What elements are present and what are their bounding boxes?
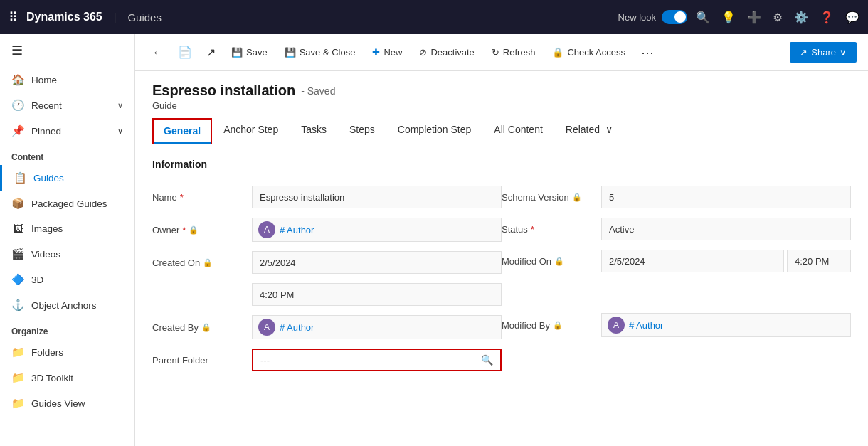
check-access-button[interactable]: 🔒 Check Access xyxy=(545,43,633,62)
sidebar-item-label: 3D xyxy=(31,275,43,285)
created-by-input[interactable]: A # Author xyxy=(252,315,502,339)
sidebar-item-label: Recent xyxy=(31,100,62,111)
add-icon[interactable]: ➕ xyxy=(747,11,761,24)
hamburger-menu[interactable]: ☰ xyxy=(0,34,134,67)
parent-folder-input[interactable] xyxy=(253,351,474,370)
sidebar-item-recent[interactable]: 🕐 Recent ∨ xyxy=(0,92,134,118)
created-on-time-value: 4:20 PM xyxy=(252,283,502,306)
open-new-window-button[interactable]: ↗ xyxy=(201,41,221,63)
filter-icon[interactable]: ⚙ xyxy=(773,11,783,24)
created-on-label: Created On 🔒 xyxy=(152,257,252,268)
search-icon[interactable]: 🔍 xyxy=(696,11,710,24)
messages-icon[interactable]: 💬 xyxy=(845,11,859,24)
modified-by-link[interactable]: # Author xyxy=(629,320,663,331)
form-grid: Name * Espresso installation xyxy=(152,181,851,376)
3d-icon: 🔷 xyxy=(11,273,24,286)
notes-button[interactable]: 📄 xyxy=(172,41,198,63)
tab-completion-step[interactable]: Completion Step xyxy=(386,117,483,144)
modified-on-time-input[interactable]: 4:20 PM xyxy=(787,250,851,272)
created-on-field: Created On 🔒 2/5/2024 xyxy=(152,247,502,279)
owner-link[interactable]: # Author xyxy=(280,225,314,235)
grid-icon: ⠿ xyxy=(9,9,18,25)
created-on-value: 2/5/2024 xyxy=(252,251,502,274)
tab-all-content[interactable]: All Content xyxy=(482,117,554,144)
sidebar-item-label: Guides xyxy=(33,173,64,184)
sidebar-item-label: Packaged Guides xyxy=(31,198,107,209)
tab-steps[interactable]: Steps xyxy=(338,117,386,144)
save-close-icon: 💾 xyxy=(285,47,296,58)
sidebar-item-pinned[interactable]: 📌 Pinned ∨ xyxy=(0,118,134,144)
sidebar-item-3d-toolkit[interactable]: 📁 3D Toolkit xyxy=(0,365,134,391)
help-icon[interactable]: ❓ xyxy=(820,11,834,24)
new-look-switch[interactable] xyxy=(662,10,687,24)
new-button[interactable]: ✚ New xyxy=(365,43,409,62)
modified-on-date-input[interactable]: 2/5/2024 xyxy=(601,250,784,272)
app-title: Dynamics 365 xyxy=(26,11,102,23)
created-by-link[interactable]: # Author xyxy=(280,322,314,333)
deactivate-button[interactable]: ⊘ Deactivate xyxy=(412,43,481,62)
sidebar-item-guides[interactable]: 📋 Guides xyxy=(0,165,134,191)
refresh-button[interactable]: ↻ Refresh xyxy=(485,43,543,62)
pin-icon: 📌 xyxy=(11,124,24,137)
created-by-avatar: A xyxy=(258,319,275,336)
share-chevron-icon: ∨ xyxy=(840,47,847,58)
app-grid-menu[interactable]: ⠿ xyxy=(9,9,18,25)
sidebar-item-home[interactable]: 🏠 Home xyxy=(0,67,134,92)
sidebar-item-label: Images xyxy=(31,223,63,234)
nav-icons: 🔍 💡 ➕ ⚙ ⚙️ ❓ 💬 xyxy=(696,11,859,24)
schema-version-lock-icon: 🔒 xyxy=(572,193,582,202)
sidebar: ☰ 🏠 Home 🕐 Recent ∨ 📌 Pinned ∨ Content 📋… xyxy=(0,34,135,446)
3d-toolkit-icon: 📁 xyxy=(11,371,24,384)
sidebar-item-3d[interactable]: 🔷 3D xyxy=(0,267,134,292)
more-options-button[interactable]: ⋯ xyxy=(635,41,660,65)
packaged-guides-icon: 📦 xyxy=(11,197,24,210)
modified-on-field: Modified On 🔒 2/5/2024 4:20 PM xyxy=(502,245,851,277)
settings-icon[interactable]: ⚙️ xyxy=(794,11,808,24)
save-close-button[interactable]: 💾 Save & Close xyxy=(277,43,363,62)
sidebar-item-guides-view[interactable]: 📁 Guides View xyxy=(0,391,134,416)
lightbulb-icon[interactable]: 💡 xyxy=(721,11,736,24)
modified-by-input[interactable]: A # Author xyxy=(601,313,851,337)
owner-input[interactable]: A # Author xyxy=(252,218,502,242)
folders-icon: 📁 xyxy=(11,346,24,359)
sidebar-item-folders[interactable]: 📁 Folders xyxy=(0,339,134,365)
created-on-time-field: 4:20 PM xyxy=(152,279,502,311)
sidebar-item-object-anchors[interactable]: ⚓ Object Anchors xyxy=(0,292,134,318)
guides-view-icon: 📁 xyxy=(11,397,24,410)
owner-label: Owner * 🔒 xyxy=(152,225,252,235)
sidebar-item-videos[interactable]: 🎬 Videos xyxy=(0,241,134,267)
modified-on-lock-icon: 🔒 xyxy=(554,257,564,266)
share-button[interactable]: ↗ Share ∨ xyxy=(790,42,857,63)
modified-on-value: 2/5/2024 4:20 PM xyxy=(601,250,851,272)
form-left-column: Name * Espresso installation xyxy=(152,181,502,376)
tab-general[interactable]: General xyxy=(152,118,212,144)
main-layout: ☰ 🏠 Home 🕐 Recent ∨ 📌 Pinned ∨ Content 📋… xyxy=(0,34,868,446)
tab-tasks[interactable]: Tasks xyxy=(290,117,338,144)
save-button[interactable]: 💾 Save xyxy=(224,43,275,62)
record-area: Espresso installation - Saved Guide Gene… xyxy=(135,71,868,446)
modified-by-avatar: A xyxy=(608,317,625,334)
section-title: Information xyxy=(152,159,851,170)
tab-related[interactable]: Related ∨ xyxy=(554,117,624,144)
home-icon: 🏠 xyxy=(11,73,24,86)
tab-anchor-step[interactable]: Anchor Step xyxy=(212,117,290,144)
owner-field: Owner * 🔒 A # Author xyxy=(152,213,502,247)
modified-by-field: Modified By 🔒 A # Author xyxy=(502,309,851,342)
back-button[interactable]: ← xyxy=(147,42,169,63)
created-on-time-input[interactable]: 4:20 PM xyxy=(252,283,502,306)
new-look-toggle: New look xyxy=(618,10,687,24)
owner-value: A # Author xyxy=(252,218,502,242)
status-field: Status * Active xyxy=(502,213,851,245)
status-input[interactable]: Active xyxy=(601,218,851,240)
sidebar-item-images[interactable]: 🖼 Images xyxy=(0,216,134,241)
sidebar-item-label: Guides View xyxy=(31,398,85,409)
created-by-field: Created By 🔒 A # Author xyxy=(152,311,502,344)
parent-folder-search-icon[interactable]: 🔍 xyxy=(474,350,500,370)
owner-lock-icon: 🔒 xyxy=(189,225,199,235)
organize-group-label: Organize xyxy=(0,318,134,339)
owner-required-marker: * xyxy=(182,225,186,235)
schema-version-label: Schema Version 🔒 xyxy=(502,192,601,203)
name-input[interactable]: Espresso installation xyxy=(252,186,502,208)
sidebar-item-packaged-guides[interactable]: 📦 Packaged Guides xyxy=(0,191,134,216)
created-on-date-input[interactable]: 2/5/2024 xyxy=(252,251,502,274)
